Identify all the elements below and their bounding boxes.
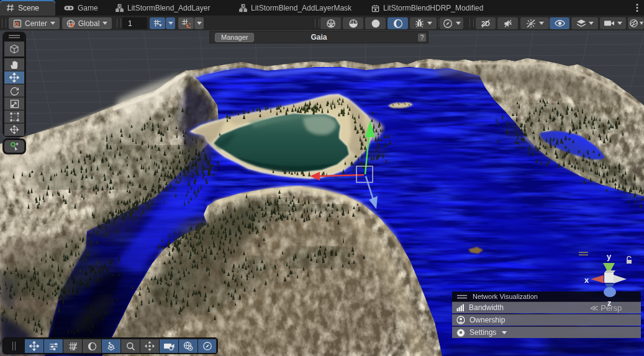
svg-text:x: x <box>584 275 589 285</box>
svg-text:y: y <box>607 252 612 261</box>
svg-text:z: z <box>607 298 612 308</box>
